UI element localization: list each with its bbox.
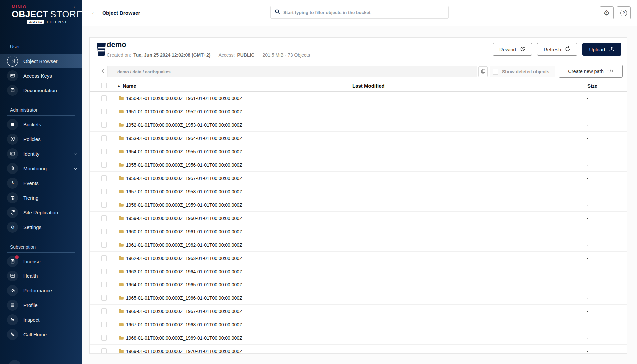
sidebar-item-call-home[interactable]: Call Home xyxy=(0,327,82,342)
table-row[interactable]: 1955-01-01T00:00:00.000Z_1956-01-01T00:0… xyxy=(90,158,627,172)
row-checkbox[interactable] xyxy=(101,149,107,154)
svg-text:⚙: ⚙ xyxy=(11,225,15,230)
site-replication-icon xyxy=(7,207,18,218)
row-checkbox[interactable] xyxy=(101,109,107,114)
create-new-path-button[interactable]: Create new path xyxy=(559,65,623,78)
rewind-button[interactable]: Rewind xyxy=(493,43,532,56)
sidebar-item-performance[interactable]: Performance xyxy=(0,283,82,298)
table-row[interactable]: 1959-01-01T00:00:00.000Z_1960-01-01T00:0… xyxy=(90,212,627,225)
upload-button[interactable]: Upload xyxy=(582,43,621,56)
access-label: Access: xyxy=(218,52,235,58)
table-row[interactable]: 1954-01-01T00:00:00.000Z_1955-01-01T00:0… xyxy=(90,145,627,158)
divider xyxy=(7,360,75,360)
row-checkbox[interactable] xyxy=(101,215,107,221)
sidebar-item-documentation[interactable]: Documentation xyxy=(0,83,82,97)
sidebar-item-profile[interactable]: Profile xyxy=(0,298,82,312)
table-row[interactable]: 1964-01-01T00:00:00.000Z_1965-01-01T00:0… xyxy=(90,278,627,291)
table-row[interactable]: 1962-01-01T00:00:00.000Z_1963-01-01T00:0… xyxy=(90,252,627,265)
row-checkbox[interactable] xyxy=(101,189,107,194)
show-deleted-checkbox[interactable] xyxy=(493,69,498,75)
refresh-button[interactable]: Refresh xyxy=(537,43,578,56)
table-row[interactable]: 1961-01-01T00:00:00.000Z_1962-01-01T00:0… xyxy=(90,238,627,252)
sidebar-item-settings[interactable]: ⚙Settings xyxy=(0,220,82,234)
sidebar-item-buckets[interactable]: Buckets xyxy=(0,117,82,132)
copy-path-button[interactable] xyxy=(478,66,488,77)
object-name: 1953-01-01T00:00:00.000Z_1954-01-01T00:0… xyxy=(126,136,242,141)
table-row[interactable]: 1957-01-01T00:00:00.000Z_1958-01-01T00:0… xyxy=(90,185,627,198)
table-row[interactable]: 1966-01-01T00:00:00.000Z_1967-01-01T00:0… xyxy=(90,305,627,318)
license-icon xyxy=(7,256,18,267)
object-size: - xyxy=(587,242,588,248)
search-input[interactable] xyxy=(283,10,444,15)
row-checkbox[interactable] xyxy=(101,162,107,168)
row-checkbox[interactable] xyxy=(101,255,107,261)
object-name: 1960-01-01T00:00:00.000Z_1961-01-01T00:0… xyxy=(126,229,242,234)
row-checkbox[interactable] xyxy=(101,175,107,181)
table-row[interactable]: 1960-01-01T00:00:00.000Z_1961-01-01T00:0… xyxy=(90,225,627,238)
sidebar-item-health[interactable]: Health xyxy=(0,269,82,283)
table-row[interactable]: 1950-01-01T00:00:00.000Z_1951-01-01T00:0… xyxy=(90,92,627,105)
sidebar-item-monitoring[interactable]: Monitoring xyxy=(0,161,82,176)
sidebar-item-label: Monitoring xyxy=(23,166,47,171)
table-row[interactable]: 1958-01-01T00:00:00.000Z_1959-01-01T00:0… xyxy=(90,198,627,212)
sidebar-item-events[interactable]: λEvents xyxy=(0,176,82,190)
bucket-icon xyxy=(96,42,106,58)
folder-icon xyxy=(118,109,124,115)
sidebar-item-label: Access Keys xyxy=(23,73,52,79)
row-checkbox[interactable] xyxy=(101,229,107,234)
column-header-size[interactable]: Size xyxy=(587,83,597,89)
access-value: PUBLIC xyxy=(237,52,254,58)
settings-button[interactable]: ⚙ xyxy=(600,6,614,19)
path-back-button[interactable] xyxy=(98,66,108,77)
object-name: 1950-01-01T00:00:00.000Z_1951-01-01T00:0… xyxy=(126,96,242,101)
table-row[interactable]: 1968-01-01T00:00:00.000Z_1969-01-01T00:0… xyxy=(90,331,627,345)
row-checkbox[interactable] xyxy=(101,202,107,208)
row-checkbox[interactable] xyxy=(101,282,107,287)
sidebar-item-label: Site Replication xyxy=(23,210,58,215)
breadcrumb[interactable]: demo / data / earthquakes xyxy=(108,66,477,77)
help-button[interactable]: ? xyxy=(617,6,631,19)
table-row[interactable]: 1956-01-01T00:00:00.000Z_1957-01-01T00:0… xyxy=(90,172,627,185)
call-home-icon xyxy=(7,329,18,340)
table-row[interactable]: 1965-01-01T00:00:00.000Z_1966-01-01T00:0… xyxy=(90,291,627,305)
column-header-last-modified[interactable]: Last Modified xyxy=(352,83,385,89)
sidebar-item-object-browser[interactable]: Object Browser xyxy=(0,54,82,68)
sidebar-item-access-keys[interactable]: Access Keys xyxy=(0,68,82,83)
row-checkbox[interactable] xyxy=(101,122,107,128)
folder-icon xyxy=(118,95,124,102)
collapse-sidebar-icon[interactable]: ← xyxy=(72,3,78,9)
sidebar-item-inspect[interactable]: Inspect xyxy=(0,312,82,327)
table-row[interactable]: 1952-01-01T00:00:00.000Z_1953-01-01T00:0… xyxy=(90,118,627,132)
table-row[interactable]: 1953-01-01T00:00:00.000Z_1954-01-01T00:0… xyxy=(90,132,627,145)
rewind-icon xyxy=(520,46,526,53)
sidebar: ← MINIO OBJECTSTORE AGPLV3 LICENSE UserO… xyxy=(0,0,82,364)
row-checkbox[interactable] xyxy=(101,308,107,314)
table-row[interactable]: 1951-01-01T00:00:00.000Z_1952-01-01T00:0… xyxy=(90,105,627,118)
table-row[interactable]: 1963-01-01T00:00:00.000Z_1964-01-01T00:0… xyxy=(90,265,627,278)
back-arrow-icon[interactable]: ← xyxy=(91,9,97,16)
minio-logo: MINIO OBJECTSTORE AGPLV3 LICENSE xyxy=(0,0,70,24)
sidebar-item-policies[interactable]: Policies xyxy=(0,132,82,146)
sidebar-item-label: Documentation xyxy=(23,88,57,93)
row-checkbox[interactable] xyxy=(101,242,107,248)
sidebar-item-label: Inspect xyxy=(23,317,39,323)
row-checkbox[interactable] xyxy=(101,322,107,327)
row-checkbox[interactable] xyxy=(101,135,107,141)
sidebar-item-license[interactable]: License xyxy=(0,254,82,269)
column-header-name[interactable]: ▲Name xyxy=(117,83,136,89)
folder-icon xyxy=(118,215,124,222)
table-row[interactable]: 1967-01-01T00:00:00.000Z_1968-01-01T00:0… xyxy=(90,318,627,331)
row-checkbox[interactable] xyxy=(101,95,107,101)
table-row[interactable]: 1969-01-01T00:00:00.000Z_1970-01-01T00:0… xyxy=(90,345,627,354)
section-label-administrator: Administrator xyxy=(10,107,72,113)
sidebar-item-identity[interactable]: Identity xyxy=(0,146,82,161)
object-filter-search[interactable] xyxy=(270,6,449,19)
sidebar-item-site-replication[interactable]: Site Replication xyxy=(0,205,82,220)
row-checkbox[interactable] xyxy=(101,348,107,354)
sidebar-item-tiering[interactable]: Tiering xyxy=(0,190,82,205)
select-all-checkbox[interactable] xyxy=(101,83,107,88)
row-checkbox[interactable] xyxy=(101,295,107,301)
row-checkbox[interactable] xyxy=(101,269,107,274)
bucket-actions: Rewind Refresh Upload xyxy=(493,43,621,56)
row-checkbox[interactable] xyxy=(101,335,107,341)
